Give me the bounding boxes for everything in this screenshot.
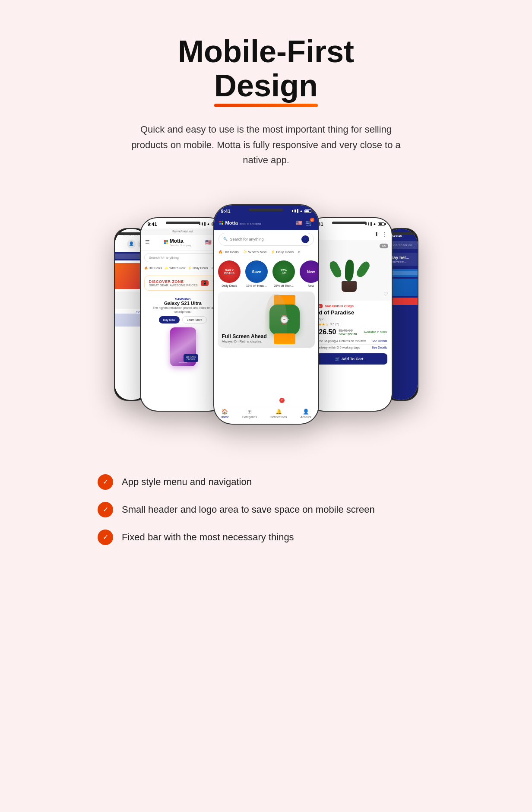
bottom-nav-cat-label: Categories — [242, 416, 257, 419]
deal-label-new: New — [308, 284, 314, 287]
btn-buy[interactable]: Buy Now — [159, 316, 180, 324]
cls-yellow — [222, 223, 223, 225]
product-info: -20% Sale Ends in 2 Days Bird of Paradis… — [307, 301, 392, 368]
hero-subtitle: Quick and easy to use is the most import… — [124, 122, 408, 168]
rating-row: ★★★★☆ 3.5 (7) — [311, 322, 387, 327]
center-search-bar[interactable]: 🔍 → — [218, 233, 314, 246]
wishlist-button[interactable]: ♡ — [383, 291, 388, 297]
discover-image: 📱 — [201, 280, 209, 286]
categories-icon: ⊞ — [247, 409, 252, 415]
galaxy-desc: The highest resolution photos and video … — [144, 306, 222, 314]
check-icon-3: ✓ — [98, 530, 113, 545]
options-icon[interactable]: ⋮ — [382, 231, 387, 237]
delivery-text: Delivery within 3-5 working days — [315, 346, 372, 349]
galaxy-brand: SAMSUNG — [144, 298, 222, 301]
deal-label-daily: Daily Deals — [222, 284, 237, 287]
phones-showcase: Bring Furniture 👤 🛒 See All m off Hairod… — [17, 193, 515, 435]
cls-red — [219, 221, 221, 222]
center-flag: 🇺🇸 — [296, 220, 302, 226]
phone-second-right: 9:41 ▲ ‹ ⬆ ⋮ — [306, 217, 393, 412]
c-bar3 — [297, 209, 298, 213]
center-search-input[interactable] — [230, 237, 299, 241]
deal-tech[interactable]: 25%off 25% off Tech... — [272, 260, 296, 287]
notif-icon: 🔔 — [276, 409, 282, 415]
see-details-shipping[interactable]: See Details — [372, 339, 387, 343]
bottom-nav-account[interactable]: 👤 Account — [301, 409, 311, 419]
circle-daily: DAILYDEALS — [218, 260, 241, 283]
signal-bar3 — [204, 222, 206, 226]
deals-row: DAILYDEALS Daily Deals Save 15% off Head… — [214, 256, 318, 290]
logo-sq-red — [164, 240, 166, 242]
url-bar: themeforest.net — [141, 228, 225, 235]
galaxy-name: Galaxy S21 Ultra — [144, 301, 222, 306]
sl-nav-b[interactable]: B — [211, 266, 213, 270]
center-screen: 9:41 ▲ — [214, 205, 318, 424]
deal-headphones[interactable]: Save 15% off Head... — [245, 260, 269, 287]
feature-item-2: ✓ Small header and logo area to save spa… — [98, 502, 434, 517]
logo-sq-green — [166, 240, 168, 242]
deal-new[interactable]: New New — [299, 260, 318, 287]
c-bar2 — [294, 209, 296, 213]
center-logo: Motta Best For Shopping — [219, 219, 261, 226]
sl-nav-hot[interactable]: 🔥 Hot Deals — [144, 266, 162, 270]
sl-nav: 🔥 Hot Deals ✨ What's New ⚡ Daily Deals B — [141, 265, 225, 272]
cart-badge[interactable]: 🛒 2 — [306, 219, 313, 227]
cls-blue — [219, 223, 221, 225]
edge-right-card — [388, 279, 418, 296]
editor-badge: EDITOR'SCHOICE — [184, 354, 198, 362]
feature-item-3: ✓ Fixed bar with the most necessary thin… — [98, 530, 434, 545]
galaxy-phone-img: EDITOR'SCHOICE — [144, 325, 222, 368]
bottom-nav-categories[interactable]: ⊞ Categories — [242, 409, 257, 419]
edge-right-btn — [388, 269, 418, 277]
edge-right-logo: Motta — [388, 232, 418, 238]
account-icon: 👤 — [303, 409, 309, 415]
watch-banner: ⌚ Full Screen Ahead Always-On Retina dis… — [218, 292, 315, 348]
bottom-nav-home[interactable]: 🏠 Home — [221, 409, 229, 419]
edge-right-home-btn: 🏠 Home — [388, 298, 418, 305]
add-to-cart-btn[interactable]: 🛒 Add To Cart — [311, 353, 387, 365]
p-bar3 — [370, 222, 372, 226]
sl-nav-daily[interactable]: ⚡ Daily Deals — [188, 266, 208, 270]
bottom-nav-home-label: Home — [221, 416, 229, 419]
share-icon[interactable]: ⬆ — [374, 231, 379, 237]
shipping-row: 📦 Free Shipping & Returns on this item S… — [311, 338, 387, 344]
tab-b[interactable]: B — [298, 250, 300, 254]
tab-hot[interactable]: 🔥 Hot Deals — [218, 250, 239, 254]
product-image-area: 1/5 ♡ — [307, 240, 392, 301]
see-details-delivery[interactable]: See Details — [372, 346, 387, 349]
deal-label-head: 15% off Head... — [246, 284, 267, 287]
signal-bar2 — [202, 222, 203, 225]
bottom-nav-notifications[interactable]: 🔔 Notifications 2 — [270, 409, 287, 419]
feature-text-2: Small header and logo area to save space… — [122, 504, 375, 515]
circle-tech: 25%off — [272, 260, 295, 283]
circle-headphones: Save — [245, 260, 268, 283]
sl-search[interactable]: Search for anything 🔍 — [144, 253, 222, 262]
btn-learn[interactable]: Learn More — [182, 316, 207, 324]
leaf-1 — [327, 260, 343, 279]
page-title: Mobile-First Design — [178, 35, 354, 107]
tab-new[interactable]: ✨ What's New — [243, 250, 267, 254]
center-search-btn[interactable]: → — [301, 235, 309, 243]
bottom-nav-notif-label: Notifications — [270, 416, 287, 419]
old-price: $149.00 — [339, 328, 357, 333]
deal-daily[interactable]: DAILYDEALS Daily Deals — [218, 260, 241, 287]
sl-nav-new[interactable]: ✨ What's New — [165, 266, 185, 270]
check-icon-2: ✓ — [98, 502, 113, 517]
shipping-text: Free Shipping & Returns on this item — [315, 339, 372, 343]
hamburger-icon[interactable]: ☰ — [145, 239, 150, 245]
plant-leaves — [336, 260, 363, 281]
p-wifi: ▲ — [373, 222, 377, 226]
product-screen: 9:41 ▲ ‹ ⬆ ⋮ — [307, 218, 392, 411]
center-logo-text: Motta Best For Shopping — [225, 219, 261, 226]
notif-badge: 2 — [279, 398, 285, 403]
galaxy-section: SAMSUNG Galaxy S21 Ultra The highest res… — [141, 294, 225, 372]
search-icon-center: 🔍 — [223, 237, 228, 241]
logo-squares — [164, 240, 168, 244]
center-header-right: 🇺🇸 🛒 2 — [296, 219, 313, 227]
tab-daily[interactable]: ⚡ Daily Deals — [271, 250, 294, 254]
flag-icon: 🇺🇸 — [205, 239, 212, 245]
product-brand: by Lego — [311, 317, 387, 320]
status-bar-left: 9:41 ▲ — [141, 218, 225, 228]
deal-label-tech: 25% off Tech... — [274, 284, 294, 287]
price-row: $126.50 $149.00 Save: $22.50 Available i… — [311, 328, 387, 336]
